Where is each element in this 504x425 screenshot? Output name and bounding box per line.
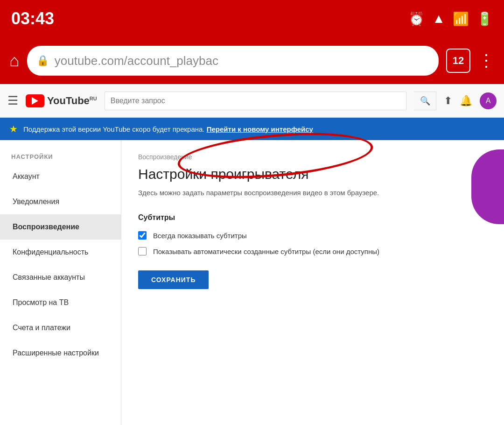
subtitle-auto-label: Показывать автоматически созданные субти… xyxy=(153,248,379,255)
banner-text: Поддержка этой версии YouTube скоро буде… xyxy=(23,125,313,133)
new-interface-link[interactable]: Перейти к новому интерфейсу xyxy=(207,125,313,133)
home-button[interactable]: ⌂ xyxy=(9,51,20,71)
status-time: 03:43 xyxy=(11,9,54,28)
avatar[interactable]: А xyxy=(480,92,497,109)
search-button[interactable]: 🔍 xyxy=(414,92,436,110)
blue-banner: ★ Поддержка этой версии YouTube скоро бу… xyxy=(0,118,504,140)
sidebar-item-playback[interactable]: Воспроизведение xyxy=(0,214,121,240)
yt-header: ☰ YouTubeRU 🔍 ⬆ 🔔 А xyxy=(0,84,504,118)
sidebar-item-linked-accounts[interactable]: Связанные аккаунты xyxy=(0,265,121,290)
sidebar-item-advanced[interactable]: Расширенные настройки xyxy=(0,340,121,366)
star-icon: ★ xyxy=(9,123,18,135)
status-bar: 03:43 ⏰ ▲ 📶 🔋 xyxy=(0,0,504,37)
save-button[interactable]: СОХРАНИТЬ xyxy=(138,270,209,289)
page-description: Здесь можно задать параметры воспроизвед… xyxy=(138,189,487,197)
lock-icon: 🔒 xyxy=(36,55,49,67)
wifi-icon: ▲ xyxy=(432,11,445,26)
header-icons: ⬆ 🔔 А xyxy=(444,92,497,109)
search-input[interactable] xyxy=(105,92,406,110)
search-icon: 🔍 xyxy=(420,96,430,106)
sidebar-item-tv[interactable]: Просмотр на ТВ xyxy=(0,290,121,315)
status-icons: ⏰ ▲ 📶 🔋 xyxy=(408,11,493,27)
browser-bar: ⌂ 🔒 youtube.com/account_playbac 12 ⋮ xyxy=(0,37,504,84)
sidebar-item-privacy[interactable]: Конфиденциальность xyxy=(0,240,121,265)
browser-menu-button[interactable]: ⋮ xyxy=(478,51,495,71)
checkbox-row-1: Всегда показывать субтитры xyxy=(138,231,487,240)
subtitle-always-checkbox[interactable] xyxy=(138,231,147,240)
main-content: НАСТРОЙКИ Аккаунт Уведомления Воспроизве… xyxy=(0,140,504,425)
sidebar-item-notifications[interactable]: Уведомления xyxy=(0,189,121,214)
breadcrumb: Воспроизведение xyxy=(138,153,487,161)
subtitle-auto-checkbox[interactable] xyxy=(138,247,147,255)
bell-icon[interactable]: 🔔 xyxy=(460,95,472,107)
yt-logo[interactable]: YouTubeRU xyxy=(26,94,97,107)
sidebar-item-billing[interactable]: Счета и платежи xyxy=(0,315,121,340)
url-text: youtube.com/account_playbac xyxy=(55,54,218,68)
battery-icon: 🔋 xyxy=(476,11,493,27)
tab-counter[interactable]: 12 xyxy=(446,49,470,73)
page-title: Настройки проигрывателя xyxy=(138,166,487,182)
subtitles-section-title: Субтитры xyxy=(138,213,487,222)
sidebar-heading: НАСТРОЙКИ xyxy=(0,148,121,164)
yt-logo-text: YouTubeRU xyxy=(47,95,97,107)
sidebar: НАСТРОЙКИ Аккаунт Уведомления Воспроизве… xyxy=(0,140,121,425)
upload-icon[interactable]: ⬆ xyxy=(444,95,452,107)
alarm-icon: ⏰ xyxy=(408,11,425,27)
signal-icon: 📶 xyxy=(453,11,469,27)
yt-logo-icon xyxy=(26,94,44,107)
sidebar-item-account[interactable]: Аккаунт xyxy=(0,164,121,189)
hamburger-menu[interactable]: ☰ xyxy=(7,93,18,108)
url-bar[interactable]: 🔒 youtube.com/account_playbac xyxy=(27,46,439,76)
subtitle-always-label: Всегда показывать субтитры xyxy=(153,232,247,240)
content-area: Воспроизведение Настройки проигрывателя … xyxy=(121,140,504,425)
checkbox-row-2: Показывать автоматически созданные субти… xyxy=(138,247,487,255)
